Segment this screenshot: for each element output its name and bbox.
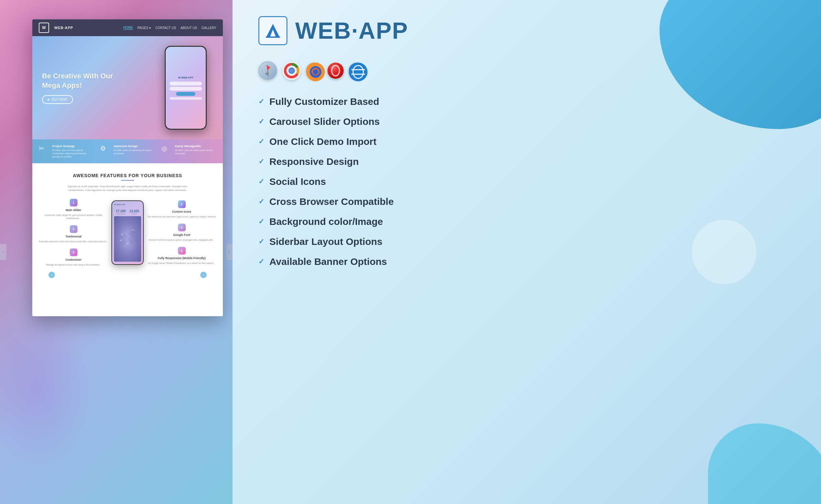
brand-logo-svg (263, 21, 283, 40)
feature-item-8: ✓ Siderbar Layout Options (259, 236, 795, 247)
mock-logo-box: W (39, 23, 49, 33)
features-grid-row: 1 Main Slider A premium slider plugin fo… (39, 199, 217, 266)
center-phone-logo: W WEB·APP (114, 204, 125, 206)
strip-feature-2-title: Awesome Design (114, 145, 155, 148)
mock-hero: Be Creative With OurMega Apps! BUY NOW W… (32, 36, 223, 139)
strip-feature-3-title: Easily Manageable (175, 145, 217, 148)
strip-feature-3-desc: At etiam, pnim at massa ipsum auctor acc… (175, 149, 217, 155)
svg-point-2 (120, 239, 121, 241)
feature-card-1: 1 Main Slider A premium slider plugin fo… (39, 199, 108, 220)
carousel-next-arrow[interactable]: › (226, 244, 233, 260)
website-mockup: W WEB·APP HOME PAGES ▾ CONTACT US ABOUT … (32, 19, 223, 316)
feature-item-3: ✓ One Click Demo Import (259, 136, 795, 147)
svg-point-16 (289, 68, 294, 73)
svg-point-1 (127, 231, 138, 244)
chrome-svg (282, 61, 301, 80)
svg-marker-5 (267, 24, 279, 37)
hero-text: Be Creative With OurMega Apps! BUY NOW (42, 72, 165, 104)
strip-feature-1-title: Project Strategy (52, 145, 94, 148)
nav-about[interactable]: ABOUT US (180, 26, 197, 30)
awesome-desc: Egestas at ut elit vulputate. Cras bland… (63, 185, 192, 192)
check-icon-2: ✓ (259, 117, 264, 126)
safari-browser-icon (259, 61, 277, 80)
stat-1: 17.290 lorem ipsum (116, 209, 126, 215)
feature-desc-1: A premium slider plugin for your premium… (39, 214, 108, 220)
nav-pages[interactable]: PAGES ▾ (137, 26, 151, 30)
strategy-icon: ✂ (39, 145, 49, 155)
design-icon: ⚙ (100, 145, 110, 155)
feature-text-6: Cross Browser Compatible (269, 196, 394, 207)
svg-marker-10 (267, 71, 269, 76)
feature-text-5: Social Icons (269, 176, 326, 187)
feature-desc-4: Choose from the massive options of googl… (148, 238, 215, 242)
nav-contact[interactable]: CONTACT US (155, 26, 176, 30)
feature-card-2: 2 Custom Icons The awesome icon sets fro… (147, 200, 217, 218)
awesome-title: AWESOME FEATURES FOR YOUR BUSINESS (39, 173, 217, 178)
phone-map (114, 216, 141, 262)
feature-card-4: 4 Google Font Choose from the massive op… (147, 224, 217, 242)
features-strip: ✂ Project Strategy At etiam, pnim at mas… (32, 139, 223, 163)
feature-title-4: Google Font (173, 233, 190, 237)
brand-header: WEB·APP (259, 16, 795, 45)
strip-feature-1-content: Project Strategy At etiam, pnim at massa… (52, 145, 94, 158)
mock-logo-text: WEB·APP (54, 26, 73, 30)
strip-feature-2-content: Awesome Design At etiam, pnim at massa i… (114, 145, 155, 158)
feature-item-1: ✓ Fully Customizer Based (259, 96, 795, 107)
bg-decoration-2 (0, 310, 94, 472)
phone-stats: 17.290 lorem ipsum 12.655 ht amet (114, 209, 141, 215)
check-icon-6: ✓ (259, 197, 264, 206)
feature-num-3: 3 (70, 225, 77, 233)
strip-feature-2-desc: At etiam, pnim at massa ipsum auctor acc… (114, 149, 155, 155)
feature-text-7: Background color/Image (269, 216, 383, 227)
strip-feature-3: ◎ Easily Manageable At etiam, pnim at ma… (161, 145, 217, 158)
feature-card-6: 5 Fully Responsive (Mobile Friendly) As … (147, 247, 217, 265)
right-panel: WEB·APP (233, 0, 821, 504)
carousel-prev-arrow[interactable]: ‹ (0, 244, 6, 260)
browser-icons (259, 61, 795, 80)
firefox-browser-icon (306, 63, 322, 79)
carousel-left-btn[interactable]: ‹ (48, 272, 55, 278)
strip-feature-1: ✂ Project Strategy At etiam, pnim at mas… (39, 145, 94, 158)
strip-feature-2: ⚙ Awesome Design At etiam, pnim at massa… (100, 145, 155, 158)
svg-point-4 (134, 242, 135, 243)
carousel-controls: ‹ › (39, 272, 217, 278)
nav-gallery[interactable]: GALLERY (201, 26, 217, 30)
phone-input-3 (169, 97, 201, 100)
feature-title-6: Fully Responsive (Mobile Friendly) (157, 257, 206, 260)
feature-num-5: 5 (70, 248, 77, 256)
feature-num-2: 2 (178, 200, 186, 208)
stat-2-label: ht amet (129, 213, 139, 215)
feature-text-8: Siderbar Layout Options (269, 236, 382, 247)
feature-text-1: Fully Customizer Based (269, 96, 379, 107)
phone-submit (176, 92, 195, 96)
svg-point-0 (115, 234, 129, 245)
phone-app-logo: W WEB·APP (178, 76, 193, 79)
svg-point-19 (313, 69, 318, 75)
phone-input-2 (169, 87, 201, 91)
feature-desc-5: Manage all aspects of your site using a … (46, 263, 101, 267)
feature-num-6: 5 (178, 247, 186, 255)
phone-screen: W WEB·APP (166, 47, 206, 129)
stat-1-num: 17.290 (116, 209, 126, 213)
stat-1-label: lorem ipsum (116, 213, 126, 215)
check-icon-7: ✓ (259, 217, 264, 226)
hero-buy-btn[interactable]: BUY NOW (42, 95, 73, 104)
check-icon-3: ✓ (259, 137, 264, 146)
mock-navbar: W WEB·APP HOME PAGES ▾ CONTACT US ABOUT … (32, 19, 223, 36)
feature-item-9: ✓ Available Banner Options (259, 256, 795, 267)
carousel-right-btn[interactable]: › (200, 272, 207, 278)
feature-num-4: 4 (178, 224, 186, 231)
hero-phone: W WEB·APP (165, 46, 207, 130)
features-col-right: 2 Custom Icons The awesome icon sets fro… (147, 200, 217, 265)
check-icon-8: ✓ (259, 237, 264, 246)
strip-feature-1-desc: At etiam, pnim at massa ipsum consectetu… (52, 149, 94, 158)
nav-home[interactable]: HOME (123, 26, 133, 30)
opera-browser-icon (328, 63, 344, 79)
feature-title-5: Customizer (66, 258, 81, 261)
feature-item-2: ✓ Carousel Slider Options (259, 116, 795, 127)
feature-card-5: 5 Customizer Manage all aspects of your … (39, 248, 108, 267)
brand-logo-box (259, 16, 288, 45)
feature-title-3: Testimonial (66, 235, 81, 238)
center-phone-bar: W WEB·APP (114, 204, 141, 206)
map-svg (114, 216, 141, 262)
